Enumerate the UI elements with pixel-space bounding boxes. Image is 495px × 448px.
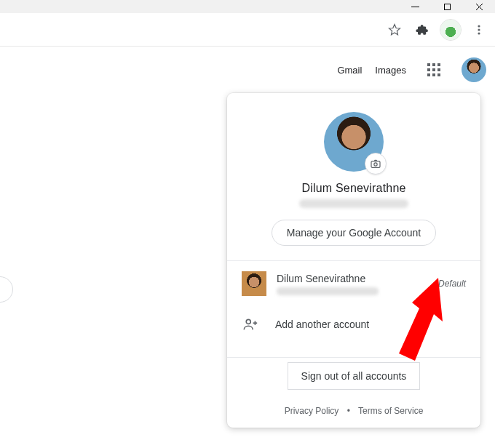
browser-profile-chip[interactable] [440, 19, 462, 41]
svg-point-10 [246, 319, 250, 324]
tos-link[interactable]: Terms of Service [358, 406, 423, 416]
google-apps-button[interactable] [419, 55, 448, 84]
svg-marker-4 [389, 24, 400, 34]
images-link[interactable]: Images [375, 65, 406, 76]
other-account-email-blurred [277, 287, 379, 295]
svg-rect-1 [444, 4, 450, 9]
sign-out-button[interactable]: Sign out of all accounts [288, 362, 421, 390]
account-popover: Dilum Senevirathne Manage your Google Ac… [227, 93, 480, 428]
side-panel-arc[interactable] [0, 276, 13, 303]
browser-toolbar [0, 13, 495, 47]
add-account-row[interactable]: Add another account [227, 306, 480, 343]
change-photo-button[interactable] [365, 153, 387, 175]
account-email-blurred [299, 199, 408, 208]
svg-point-7 [478, 32, 480, 34]
add-account-label: Add another account [275, 319, 369, 330]
google-nav: Gmail Images [337, 55, 486, 84]
svg-point-5 [478, 25, 480, 27]
manage-account-button[interactable]: Manage your Google Account [272, 220, 436, 246]
other-account-avatar [242, 271, 266, 296]
other-account-row[interactable]: Dilum Senevirathne Default [227, 261, 480, 306]
window-close-button[interactable] [463, 0, 495, 13]
other-account-name: Dilum Senevirathne [277, 273, 428, 284]
default-tag: Default [438, 279, 466, 289]
camera-icon [370, 158, 381, 169]
window-titlebar [0, 0, 495, 13]
browser-menu-icon[interactable] [469, 20, 489, 40]
svg-point-9 [374, 163, 377, 166]
account-display-name: Dilum Senevirathne [227, 182, 480, 195]
svg-point-6 [478, 28, 480, 31]
extensions-icon[interactable] [412, 20, 432, 40]
window-minimize-button[interactable] [399, 0, 431, 13]
add-person-icon [242, 316, 259, 332]
apps-grid-icon [427, 63, 440, 76]
window-maximize-button[interactable] [431, 0, 463, 13]
privacy-link[interactable]: Privacy Policy [285, 406, 339, 416]
footer-separator: • [347, 406, 350, 416]
svg-rect-8 [371, 161, 380, 168]
popover-footer: Privacy Policy • Terms of Service [227, 406, 480, 416]
divider [227, 357, 480, 358]
other-account-text: Dilum Senevirathne [277, 273, 428, 295]
bookmark-star-icon[interactable] [384, 20, 405, 40]
account-avatar-button[interactable] [462, 57, 486, 82]
avatar-big-wrap [324, 112, 384, 172]
gmail-link[interactable]: Gmail [337, 65, 362, 76]
